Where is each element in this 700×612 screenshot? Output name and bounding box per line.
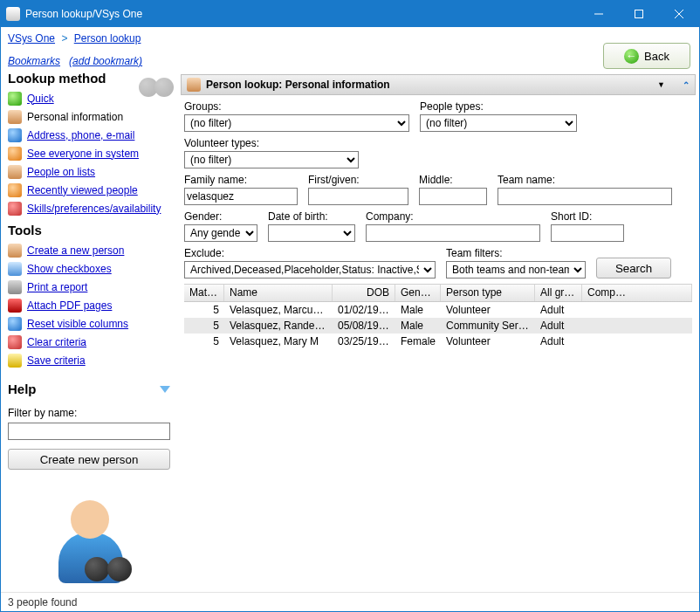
clear-icon xyxy=(8,335,22,349)
table-row[interactable]: 5Velasquez, Mary M03/25/1941FemaleVolunt… xyxy=(184,334,692,349)
maximize-button[interactable] xyxy=(619,1,659,27)
sidebar-item-lists[interactable]: People on lists xyxy=(8,162,170,181)
tool-reset-columns[interactable]: Reset visible columns xyxy=(8,314,170,333)
cell-name: Velasquez, Randell M xyxy=(224,318,333,334)
cell-match: 5 xyxy=(184,302,224,318)
company-label: Company: xyxy=(366,210,540,223)
sidebar-item-quick[interactable]: Quick xyxy=(8,89,170,107)
svg-rect-1 xyxy=(635,10,643,18)
teamfilter-select[interactable]: Both teams and non-teams xyxy=(446,261,586,278)
sidebar-item-everyone[interactable]: See everyone in system xyxy=(8,144,170,162)
sidebar-item-recent[interactable]: Recently viewed people xyxy=(8,181,170,199)
title-bar: Person lookup/VSys One xyxy=(1,1,699,27)
save-icon xyxy=(8,354,22,368)
person-binoculars-illustration xyxy=(51,496,134,592)
cell-company xyxy=(582,340,692,343)
groups-select[interactable]: (no filter) xyxy=(184,114,409,132)
dob-select[interactable] xyxy=(268,224,355,242)
cell-dob: 01/02/1953 xyxy=(333,302,395,318)
sidebar-item-skills[interactable]: Skills/preferences/availability xyxy=(8,199,170,217)
tool-clear-criteria[interactable]: Clear criteria xyxy=(8,333,170,351)
exclude-label: Exclude: xyxy=(184,247,436,259)
minimize-button[interactable] xyxy=(579,1,619,27)
filter-by-name-input[interactable] xyxy=(8,423,170,440)
gender-label: Gender: xyxy=(184,210,257,223)
printer-icon xyxy=(8,280,22,294)
teamfilter-label: Team filters: xyxy=(446,247,586,259)
breadcrumb-root[interactable]: VSys One xyxy=(8,32,55,45)
status-text: 3 people found xyxy=(8,596,77,609)
bookmarks-row: Bookmarks (add bookmark) xyxy=(8,55,142,67)
panel-collapse-icon[interactable]: ⌃ xyxy=(683,80,690,90)
search-button[interactable]: Search xyxy=(596,258,671,278)
sidebar-item-label: Save criteria xyxy=(27,354,86,367)
col-dob[interactable]: DOB xyxy=(333,285,395,301)
sidebar-item-personal-info[interactable]: Personal information xyxy=(8,107,170,126)
col-gender[interactable]: Gender xyxy=(395,285,441,301)
panel-menu-icon[interactable]: ▼ xyxy=(657,80,665,89)
bolt-icon xyxy=(8,92,22,106)
back-arrow-icon: ← xyxy=(624,49,639,64)
back-button[interactable]: ← Back xyxy=(603,43,690,69)
sidebar-item-label: Clear criteria xyxy=(27,336,86,348)
tool-save-criteria[interactable]: Save criteria xyxy=(8,351,170,369)
maximize-icon xyxy=(635,10,643,18)
col-person-type[interactable]: Person type xyxy=(441,285,535,301)
lookup-method-header: Lookup method xyxy=(8,71,170,86)
app-icon xyxy=(6,7,20,21)
cell-dob: 03/25/1941 xyxy=(333,334,395,349)
sidebar: Lookup method Quick Personal information… xyxy=(1,71,177,592)
cell-company xyxy=(582,308,692,312)
sidebar-item-label: People on lists xyxy=(27,166,95,178)
cell-gender: Male xyxy=(395,302,441,318)
help-header[interactable]: Help xyxy=(8,382,170,396)
list-person-icon xyxy=(8,165,22,179)
panel-header: Person lookup: Personal information ▼ ⌃ xyxy=(181,74,696,95)
cell-dob: 05/08/1969 xyxy=(333,318,395,334)
sidebar-item-address[interactable]: Address, phone, e-mail xyxy=(8,126,170,144)
sidebar-item-label: Recently viewed people xyxy=(27,184,138,196)
table-row[interactable]: 5Velasquez, Randell M05/08/1969MaleCommu… xyxy=(184,318,692,334)
first-name-input[interactable] xyxy=(308,188,408,205)
sidebar-item-label: Attach PDF pages xyxy=(27,299,112,312)
cell-match: 5 xyxy=(184,334,224,349)
col-groups[interactable]: All gro… xyxy=(535,285,582,301)
tool-print-report[interactable]: Print a report xyxy=(8,278,170,296)
col-match[interactable]: Matc… xyxy=(184,285,224,301)
family-name-input[interactable] xyxy=(184,188,298,205)
shortid-input[interactable] xyxy=(551,224,624,242)
grid-header: Matc… Name DOB Gender Person type All gr… xyxy=(184,285,692,302)
cell-match: 5 xyxy=(184,318,224,334)
bookmarks-link[interactable]: Bookmarks xyxy=(8,55,60,67)
middle-name-label: Middle: xyxy=(419,174,487,186)
team-name-input[interactable] xyxy=(498,188,672,205)
vol-types-select[interactable]: (no filter) xyxy=(184,151,359,168)
tool-show-checkboxes[interactable]: Show checkboxes xyxy=(8,259,170,278)
create-new-person-button[interactable]: Create new person xyxy=(8,449,170,470)
close-icon xyxy=(675,10,683,18)
person-icon xyxy=(8,110,22,124)
people-types-select[interactable]: (no filter) xyxy=(420,114,577,132)
breadcrumb-current[interactable]: Person lookup xyxy=(74,32,141,45)
people-icon xyxy=(8,147,22,161)
tool-create-person[interactable]: Create a new person xyxy=(8,241,170,259)
close-button[interactable] xyxy=(659,1,699,27)
checkbox-icon xyxy=(8,262,22,276)
exclude-select[interactable]: Archived,Deceased,Placeholder,Status: In… xyxy=(184,261,436,278)
table-row[interactable]: 5Velasquez, Marcus D01/02/1953MaleVolunt… xyxy=(184,302,692,318)
col-company[interactable]: Comp… xyxy=(582,285,692,301)
family-name-label: Family name: xyxy=(184,174,298,186)
cell-person-type: Volunteer xyxy=(441,334,535,349)
add-bookmark-link[interactable]: (add bookmark) xyxy=(69,55,142,67)
tool-attach-pdf[interactable]: Attach PDF pages xyxy=(8,296,170,314)
sidebar-item-label: Skills/preferences/availability xyxy=(27,203,161,215)
company-input[interactable] xyxy=(366,224,540,242)
cell-company xyxy=(582,324,692,327)
pdf-icon xyxy=(8,299,22,313)
sidebar-item-label: Show checkboxes xyxy=(27,263,112,275)
middle-name-input[interactable] xyxy=(419,188,487,205)
cell-name: Velasquez, Marcus D xyxy=(224,302,333,318)
gender-select[interactable]: Any gender xyxy=(184,224,257,242)
col-name[interactable]: Name xyxy=(224,285,333,301)
chevron-down-icon xyxy=(160,386,170,393)
